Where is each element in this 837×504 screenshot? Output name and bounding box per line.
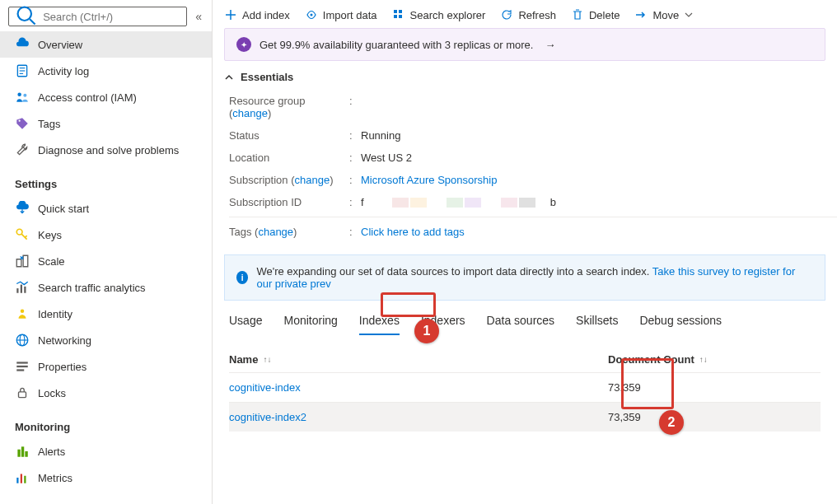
info-icon: i: [236, 271, 248, 284]
collapse-sidebar-icon[interactable]: «: [194, 8, 203, 25]
sidebar-item-label: Locks: [38, 387, 66, 399]
ess-subscription: Subscription (change) : Microsoft Azure …: [229, 169, 837, 191]
svg-rect-19: [16, 369, 24, 371]
chevron-up-icon: [224, 72, 234, 82]
ess-subscription-id: Subscription ID: f b: [229, 191, 837, 213]
sidebar-section-monitoring: Monitoring: [0, 406, 212, 438]
add-index-button[interactable]: Add index: [224, 8, 290, 21]
svg-rect-23: [25, 451, 27, 457]
tab-skillsets[interactable]: Skillsets: [576, 314, 618, 335]
svg-rect-28: [394, 10, 397, 13]
change-tags-link[interactable]: change: [258, 226, 293, 238]
sidebar-item-diagnose[interactable]: Diagnose and solve problems: [0, 137, 212, 163]
svg-rect-11: [21, 285, 22, 293]
identity-icon: [15, 306, 30, 321]
table-row[interactable]: cognitive-index2 73,359: [229, 402, 821, 432]
analytics-icon: [15, 280, 30, 295]
sidebar-item-metrics[interactable]: Metrics: [0, 464, 212, 491]
svg-rect-30: [394, 15, 397, 18]
info-text: We're expanding our set of data sources …: [256, 265, 813, 290]
tab-indexes[interactable]: Indexes: [359, 314, 400, 335]
svg-line-1: [30, 19, 35, 24]
sidebar-item-label: Tags: [38, 118, 60, 130]
change-subscription-link[interactable]: change: [295, 174, 330, 186]
svg-rect-26: [24, 476, 26, 483]
cloud-icon: [15, 37, 30, 52]
index-name-link[interactable]: cognitive-index2: [229, 411, 608, 423]
sidebar-item-properties[interactable]: Properties: [0, 353, 212, 380]
ess-status: Status: Running: [229, 124, 837, 147]
subscription-id-value: f b: [361, 196, 556, 208]
sidebar-item-label: Overview: [38, 39, 82, 51]
sidebar-item-tags[interactable]: Tags: [0, 110, 212, 137]
svg-rect-25: [21, 474, 22, 483]
essentials-toggle[interactable]: Essentials: [213, 66, 837, 88]
people-icon: [15, 90, 30, 105]
svg-rect-18: [16, 366, 28, 367]
sidebar-item-activity-log[interactable]: Activity log: [0, 58, 212, 84]
search-explorer-button[interactable]: Search explorer: [392, 8, 486, 21]
tab-usage[interactable]: Usage: [229, 314, 262, 335]
import-data-button[interactable]: Import data: [305, 8, 377, 21]
info-banner: i We're expanding our set of data source…: [224, 254, 825, 301]
key-icon: [15, 227, 30, 242]
sort-icon: ↑↓: [699, 355, 708, 364]
sidebar-item-keys[interactable]: Keys: [0, 222, 212, 248]
sidebar-item-scale[interactable]: Scale: [0, 248, 212, 274]
sidebar-item-locks[interactable]: Locks: [0, 380, 212, 406]
search-input[interactable]: [43, 11, 181, 23]
svg-point-8: [19, 120, 21, 122]
svg-point-7: [23, 94, 26, 97]
add-tags-link[interactable]: Click here to add tags: [361, 226, 465, 238]
plus-icon: [224, 8, 237, 21]
sidebar-item-label: Alerts: [38, 446, 65, 458]
index-name-link[interactable]: cognitive-index: [229, 381, 608, 394]
tab-debug-sessions[interactable]: Debug sessions: [639, 314, 722, 335]
delete-button[interactable]: Delete: [571, 8, 620, 21]
svg-rect-17: [16, 362, 28, 363]
sidebar-item-search-traffic[interactable]: Search traffic analytics: [0, 274, 212, 301]
svg-rect-22: [21, 446, 24, 456]
svg-rect-10: [16, 288, 18, 293]
subscription-link[interactable]: Microsoft Azure Sponsorship: [361, 174, 497, 186]
refresh-button[interactable]: Refresh: [500, 8, 556, 21]
sidebar-item-access-control[interactable]: Access control (IAM): [0, 84, 212, 110]
search-input-wrap[interactable]: [8, 7, 187, 26]
ess-location: Location: West US 2: [229, 147, 837, 169]
rocket-icon: ✦: [236, 37, 251, 52]
log-icon: [15, 63, 30, 78]
doc-count-value: 73,359: [608, 381, 641, 394]
refresh-icon: [500, 8, 513, 21]
sidebar-item-overview[interactable]: Overview: [0, 31, 212, 58]
table-row[interactable]: cognitive-index 73,359: [229, 372, 821, 402]
availability-banner[interactable]: ✦ Get 99.9% availability guaranteed with…: [224, 28, 825, 61]
sidebar-item-label: Identity: [38, 308, 72, 320]
move-button[interactable]: Move: [634, 8, 694, 21]
header-name[interactable]: Name↑↓: [229, 353, 608, 366]
sidebar-item-label: Keys: [38, 229, 62, 241]
sidebar-item-label: Metrics: [38, 472, 72, 484]
banner-text: Get 99.9% availability guaranteed with 3…: [260, 39, 533, 51]
sidebar-item-label: Properties: [38, 361, 87, 373]
sidebar-item-quick-start[interactable]: Quick start: [0, 195, 212, 222]
svg-rect-31: [399, 15, 402, 18]
change-resource-group-link[interactable]: change: [232, 107, 268, 119]
tabs: Usage Monitoring Indexes Indexers Data s…: [213, 301, 837, 335]
wrench-icon: [15, 142, 30, 157]
sort-icon: ↑↓: [263, 355, 271, 364]
tab-indexers[interactable]: Indexers: [421, 314, 465, 335]
ess-tags: Tags (change) : Click here to add tags: [229, 217, 837, 243]
svg-point-0: [18, 7, 31, 20]
tab-data-sources[interactable]: Data sources: [487, 314, 554, 335]
doc-count-value: 73,359: [608, 411, 641, 423]
sidebar-item-identity[interactable]: Identity: [0, 301, 212, 327]
svg-point-6: [17, 92, 21, 96]
alert-icon: [15, 444, 30, 459]
sidebar-item-networking[interactable]: Networking: [0, 327, 212, 353]
sidebar-section-settings: Settings: [0, 163, 212, 195]
sidebar-item-label: Activity log: [38, 65, 89, 77]
tab-monitoring[interactable]: Monitoring: [283, 314, 337, 335]
header-doc-count[interactable]: Document Count↑↓: [608, 353, 708, 366]
sidebar-item-alerts[interactable]: Alerts: [0, 438, 212, 464]
arrow-right-icon: →: [545, 39, 555, 51]
